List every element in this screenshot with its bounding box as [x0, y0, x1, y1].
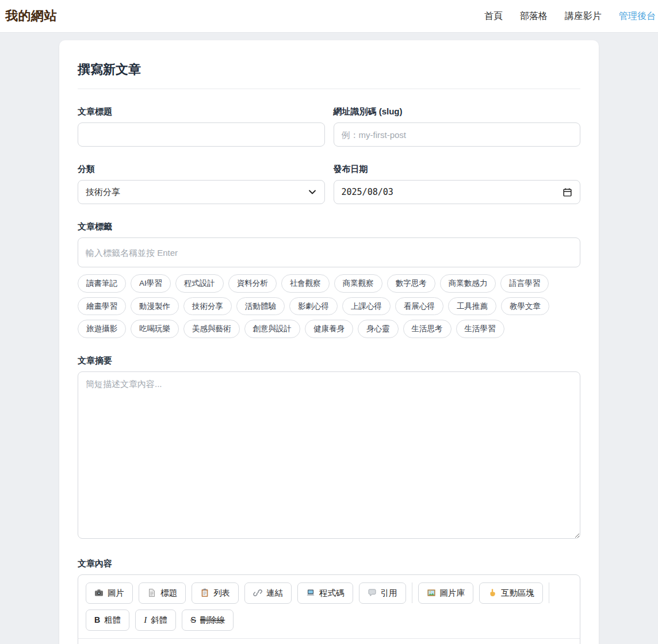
italic-icon: I — [144, 615, 147, 625]
summary-textarea[interactable] — [78, 371, 580, 539]
toolbar-button-label: 斜體 — [151, 615, 167, 626]
tag-chip[interactable]: 動漫製作 — [131, 297, 179, 316]
slug-field: 網址識別碼 (slug) — [334, 106, 581, 147]
date-label: 發布日期 — [334, 164, 581, 175]
tag-chip[interactable]: 數字思考 — [387, 274, 435, 293]
tag-chip[interactable]: 社會觀察 — [281, 274, 330, 293]
top-navbar: 我的網站 首頁 部落格 講座影片 管理後台 — [0, 0, 658, 33]
tag-chip[interactable]: 創意與設計 — [244, 320, 301, 338]
gallery-button[interactable]: 圖片庫 — [418, 582, 474, 604]
tag-chip[interactable]: 美感與藝術 — [183, 320, 240, 338]
content-textarea[interactable] — [78, 638, 580, 644]
tags-field: 文章標籤 讀書筆記 AI學習 程式設計 資料分析 社會觀察 商業觀察 數字思考 … — [78, 221, 580, 338]
heading-button[interactable]: 標題 — [139, 582, 186, 604]
link-icon — [253, 588, 262, 597]
tag-chip[interactable]: AI學習 — [131, 274, 171, 293]
list-button[interactable]: 列表 — [192, 582, 239, 604]
toolbar-button-label: 連結 — [266, 588, 283, 599]
toolbar-separator — [549, 582, 549, 603]
post-title-input[interactable] — [78, 122, 325, 147]
title-field: 文章標題 — [78, 106, 325, 147]
framed-picture-icon — [427, 588, 436, 597]
bold-button[interactable]: B 粗體 — [86, 610, 129, 631]
content-label: 文章內容 — [78, 558, 580, 569]
chevron-down-icon — [308, 187, 317, 197]
tag-input[interactable] — [78, 237, 580, 267]
image-button[interactable]: 圖片 — [86, 582, 133, 604]
summary-field: 文章摘要 — [78, 355, 580, 541]
toolbar-button-label: 圖片 — [108, 588, 124, 599]
clipboard-icon — [200, 588, 209, 597]
date-field: 發布日期 2025/08/03 — [334, 164, 581, 204]
laptop-icon — [306, 588, 315, 597]
nav-videos[interactable]: 講座影片 — [565, 10, 602, 22]
editor-toolbar: 圖片 標題 — [78, 575, 580, 638]
toolbar-button-label: 程式碼 — [319, 588, 345, 599]
tag-chip[interactable]: 健康養身 — [305, 320, 353, 338]
link-button[interactable]: 連結 — [244, 582, 292, 604]
tag-chip[interactable]: 商業數感力 — [440, 274, 496, 293]
tag-chip[interactable]: 工具推薦 — [448, 297, 496, 316]
strikethrough-button[interactable]: S 刪除線 — [182, 610, 234, 631]
speech-bubble-icon — [368, 588, 377, 597]
page-title: 撰寫新文章 — [78, 61, 580, 89]
new-post-card: 撰寫新文章 文章標題 網址識別碼 (slug) 分類 技術分享 發布日期 — [59, 40, 599, 644]
date-value: 2025/08/03 — [342, 187, 393, 197]
tag-chip[interactable]: 繪畫學習 — [78, 297, 126, 316]
publish-date-input[interactable]: 2025/08/03 — [334, 180, 581, 204]
content-field: 文章內容 圖片 — [78, 558, 580, 644]
tag-chip[interactable]: 語言學習 — [500, 274, 549, 293]
category-selected-value: 技術分享 — [86, 187, 120, 198]
category-label: 分類 — [78, 164, 325, 175]
camera-icon — [94, 588, 104, 597]
tag-chip[interactable]: 上課心得 — [342, 297, 391, 316]
tag-chip[interactable]: 旅遊攝影 — [78, 320, 126, 338]
tag-chip[interactable]: 身心靈 — [358, 320, 399, 338]
toolbar-button-label: 互動區塊 — [501, 588, 534, 599]
title-label: 文章標題 — [78, 106, 325, 117]
content-editor: 圖片 標題 — [78, 574, 580, 644]
tag-chip[interactable]: 活動體驗 — [236, 297, 285, 316]
nav-admin[interactable]: 管理後台 — [619, 10, 656, 22]
nav-blog[interactable]: 部落格 — [520, 10, 548, 22]
main-nav: 首頁 部落格 講座影片 管理後台 — [484, 10, 656, 22]
toolbar-button-label: 刪除線 — [200, 615, 225, 626]
toolbar-button-label: 標題 — [160, 588, 177, 599]
tag-chip[interactable]: 生活思考 — [403, 320, 452, 338]
strikethrough-icon: S — [190, 615, 196, 624]
tags-label: 文章標籤 — [78, 221, 580, 232]
slug-input[interactable] — [334, 122, 581, 147]
document-icon — [147, 588, 156, 597]
tag-chip[interactable]: 生活學習 — [456, 320, 504, 338]
code-button[interactable]: 程式碼 — [297, 582, 353, 604]
slug-label: 網址識別碼 (slug) — [334, 106, 581, 117]
category-field: 分類 技術分享 — [78, 164, 325, 204]
category-select[interactable]: 技術分享 — [78, 180, 325, 204]
toolbar-button-label: 圖片庫 — [440, 588, 465, 599]
tag-chip[interactable]: 影劇心得 — [289, 297, 338, 316]
calendar-icon[interactable] — [563, 187, 572, 197]
interactive-block-button[interactable]: 互動區塊 — [479, 582, 543, 604]
tag-chip[interactable]: 吃喝玩樂 — [131, 320, 179, 338]
bold-icon: B — [94, 615, 100, 624]
nav-home[interactable]: 首頁 — [484, 10, 503, 22]
tag-chip[interactable]: 教學文章 — [501, 297, 549, 316]
italic-button[interactable]: I 斜體 — [135, 610, 176, 631]
tag-chip[interactable]: 資料分析 — [228, 274, 277, 293]
quote-button[interactable]: 引用 — [359, 582, 406, 604]
tag-suggestions: 讀書筆記 AI學習 程式設計 資料分析 社會觀察 商業觀察 數字思考 商業數感力… — [78, 274, 580, 338]
toolbar-button-label: 粗體 — [104, 615, 121, 626]
pointing-hand-icon — [488, 588, 497, 597]
toolbar-button-label: 列表 — [213, 588, 230, 599]
tag-chip[interactable]: 技術分享 — [183, 297, 232, 316]
toolbar-button-label: 引用 — [381, 588, 397, 599]
tag-chip[interactable]: 程式設計 — [175, 274, 224, 293]
summary-label: 文章摘要 — [78, 355, 580, 366]
tag-chip[interactable]: 讀書筆記 — [78, 274, 126, 293]
toolbar-separator — [412, 582, 412, 603]
site-logo[interactable]: 我的網站 — [5, 7, 57, 25]
tag-chip[interactable]: 看展心得 — [395, 297, 443, 316]
tag-chip[interactable]: 商業觀察 — [334, 274, 382, 293]
